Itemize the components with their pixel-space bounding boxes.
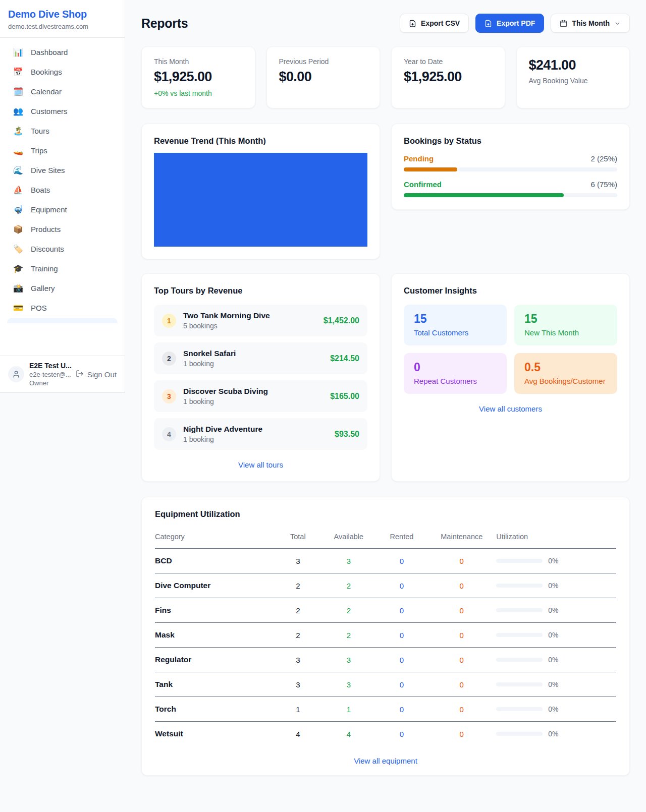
tour-name: Snorkel Safari [183,349,323,358]
tour-row: 4 Night Dive Adventure 1 booking $93.50 [154,418,367,450]
view-all-equipment-link[interactable]: View all equipment [155,757,616,765]
equipment-maintenance: 0 [427,697,496,722]
sidebar-item-label: Customers [31,107,68,115]
utilization-pct: 0% [548,606,558,614]
stat-card-this-month: This Month $1,925.00 +0% vs last month [141,46,255,108]
stat-label: This Month [154,57,243,66]
sidebar-item-reports-partial[interactable] [7,318,118,323]
header-actions: Export CSV Export PDF This Month [400,14,630,33]
utilization-cell: 0% [496,582,616,590]
insight-value: 0 [414,361,497,374]
sign-out-button[interactable]: Sign Out [76,370,117,379]
sidebar-item-products[interactable]: 📦 Products [6,219,119,239]
sidebar-item-equipment[interactable]: 🤿 Equipment [6,200,119,219]
col-category: Category [155,526,275,549]
calendar-icon [560,20,567,27]
products-icon: 📦 [13,224,23,234]
equipment-maintenance: 0 [427,549,496,573]
table-row: Fins 2 2 0 0 0% [155,598,616,623]
sidebar-item-dive-sites[interactable]: 🌊 Dive Sites [6,160,119,180]
stat-value: $1,925.00 [404,69,493,85]
tour-name: Two Tank Morning Dive [183,311,316,320]
equipment-available: 3 [321,648,376,672]
col-rented: Rented [376,526,427,549]
col-total: Total [275,526,321,549]
period-dropdown[interactable]: This Month [551,14,630,33]
status-bar-track [404,193,617,197]
view-all-customers-link[interactable]: View all customers [404,404,617,413]
utilization-cell: 0% [496,631,616,639]
table-row: Wetsuit 4 4 0 0 0% [155,722,616,746]
insight-tile-avg-bookings: 0.5 Avg Bookings/Customer [514,353,617,394]
boats-icon: ⛵ [13,185,23,195]
sidebar-item-label: Calendar [31,87,62,96]
sidebar-item-discounts[interactable]: 🏷️ Discounts [6,239,119,259]
stat-value: $241.00 [529,57,618,73]
sidebar-item-label: Trips [31,146,47,155]
equipment-available: 4 [321,722,376,746]
equipment-table: Category Total Available Rented Maintena… [155,526,616,746]
tour-amount: $165.00 [330,392,359,401]
tour-amount: $1,452.00 [324,316,359,325]
export-pdf-label: Export PDF [497,19,535,27]
view-all-tours-link[interactable]: View all tours [154,460,367,469]
utilization-pct: 0% [548,730,558,738]
sidebar-item-tours[interactable]: 🏝️ Tours [6,121,119,141]
sidebar-item-trips[interactable]: 🚤 Trips [6,141,119,160]
equipment-icon: 🤿 [13,205,23,214]
stat-card-avg-booking-value: $241.00 Avg Booking Value [516,46,630,108]
equipment-available: 2 [321,623,376,648]
sidebar-item-label: Bookings [31,68,62,76]
tour-amount: $93.50 [335,430,359,439]
sidebar-item-label: Equipment [31,205,67,214]
sidebar-item-bookings[interactable]: 📅 Bookings [6,62,119,82]
file-download-icon [484,20,492,27]
sidebar-item-dashboard[interactable]: 📊 Dashboard [6,42,119,62]
export-csv-button[interactable]: Export CSV [400,14,469,33]
page-header: Reports Export CSV Export PDF This Month [141,14,630,33]
sidebar: Demo Dive Shop demo.test.divestreams.com… [0,0,125,393]
sidebar-item-label: Products [31,225,61,234]
stat-label: Avg Booking Value [529,77,618,85]
revenue-trend-title: Revenue Trend (This Month) [154,136,367,146]
utilization-pct: 0% [548,631,558,639]
status-row-confirmed: Confirmed 6 (75%) [404,180,617,197]
status-row-pending: Pending 2 (25%) [404,154,617,171]
equipment-available: 1 [321,697,376,722]
table-row: BCD 3 3 0 0 0% [155,549,616,573]
stat-label: Year to Date [404,57,493,66]
sidebar-item-customers[interactable]: 👥 Customers [6,101,119,121]
equipment-maintenance: 0 [427,672,496,697]
sidebar-item-label: Boats [31,186,50,194]
tour-bookings: 1 booking [183,360,323,368]
sidebar-item-pos[interactable]: 💳 POS [6,298,119,318]
equipment-rented: 0 [376,623,427,648]
page-title: Reports [141,16,188,31]
equipment-available: 2 [321,573,376,598]
equipment-maintenance: 0 [427,573,496,598]
revenue-trend-chart [154,153,367,247]
equipment-total: 1 [275,697,321,722]
equipment-utilization-card: Equipment Utilization Category Total Ava… [141,497,630,776]
equipment-category: Regulator [155,648,275,672]
insight-tile-total-customers: 15 Total Customers [404,305,507,345]
table-row: Regulator 3 3 0 0 0% [155,648,616,672]
sidebar-item-label: POS [31,304,47,312]
insight-label: Total Customers [414,328,497,337]
equipment-category: Wetsuit [155,722,275,746]
stat-value: $0.00 [279,69,368,85]
stat-value: $1,925.00 [154,69,243,85]
tour-name: Discover Scuba Diving [183,387,323,396]
sidebar-item-label: Dashboard [31,48,68,56]
sidebar-item-boats[interactable]: ⛵ Boats [6,180,119,200]
sign-out-icon [76,370,84,379]
table-row: Torch 1 1 0 0 0% [155,697,616,722]
sidebar-item-training[interactable]: 🎓 Training [6,259,119,278]
rank-badge: 2 [162,352,176,366]
status-label: Confirmed [404,180,442,189]
sidebar-item-gallery[interactable]: 📸 Gallery [6,278,119,298]
utilization-cell: 0% [496,730,616,738]
sidebar-item-calendar[interactable]: 🗓️ Calendar [6,82,119,101]
bookings-by-status-title: Bookings by Status [404,136,617,146]
export-pdf-button[interactable]: Export PDF [475,14,544,33]
